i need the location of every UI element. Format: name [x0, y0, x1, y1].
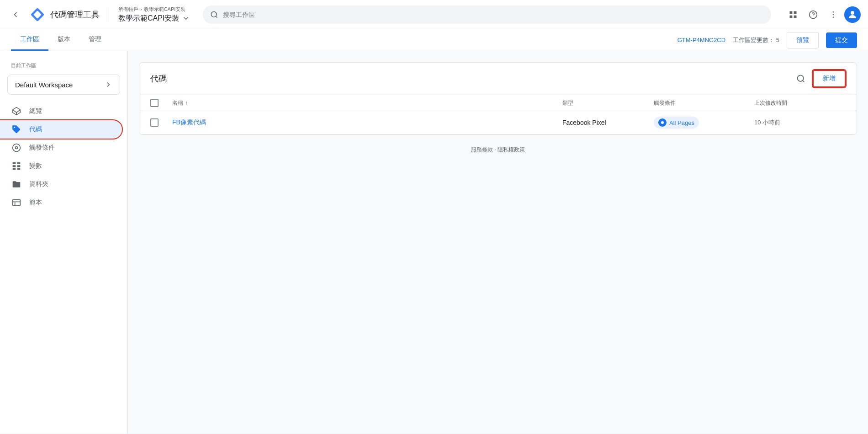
footer-separator: · — [494, 146, 496, 153]
changes-count: 工作區變更數： 5 — [733, 36, 779, 44]
row-checkbox[interactable] — [150, 118, 159, 127]
col-header-checkbox — [150, 99, 172, 107]
sidebar-label-variables: 變數 — [29, 162, 42, 170]
folder-icon — [11, 180, 22, 189]
col-header-trigger: 觸發條件 — [654, 99, 754, 107]
tabs: 工作區 版本 管理 — [11, 29, 111, 51]
secondary-nav: 工作區 版本 管理 GTM-P4MNG2CD 工作區變更數： 5 預覽 提交 — [0, 29, 868, 51]
sidebar-item-triggers[interactable]: 觸發條件 — [0, 139, 122, 157]
layers-icon — [11, 107, 22, 116]
svg-point-17 — [13, 144, 21, 152]
sidebar-item-overview[interactable]: 總覽 — [0, 102, 122, 120]
grid-view-button[interactable] — [784, 5, 802, 24]
row-checkbox-cell — [150, 118, 172, 127]
terms-link[interactable]: 服務條款 — [471, 146, 493, 153]
modified-time: 10 小時前 — [754, 119, 780, 126]
breadcrumb-part2: 教學示範CAPI安裝 — [144, 6, 186, 13]
svg-line-29 — [803, 80, 804, 82]
variables-icon — [11, 161, 22, 171]
card-header: 代碼 新增 — [139, 63, 857, 95]
tag-type: Facebook Pixel — [562, 119, 606, 126]
svg-rect-23 — [13, 168, 16, 170]
template-icon — [11, 198, 22, 207]
top-nav: 代碼管理工具 所有帳戶 › 教學示範CAPI安裝 教學示範CAPI安裝 — [0, 0, 868, 29]
svg-rect-20 — [17, 162, 21, 164]
svg-rect-21 — [13, 165, 16, 167]
workspace-selector[interactable]: 教學示範CAPI安裝 — [118, 14, 190, 23]
select-all-checkbox[interactable] — [150, 99, 159, 107]
table-header: 名稱 ↑ 類型 觸發條件 上次修改時間 — [139, 95, 857, 111]
tab-workspace[interactable]: 工作區 — [11, 29, 48, 51]
workspace-switcher-button[interactable]: Default Workspace — [7, 75, 120, 95]
search-table-icon — [796, 74, 805, 83]
preview-button[interactable]: 預覽 — [787, 32, 819, 48]
tab-versions[interactable]: 版本 — [48, 29, 79, 51]
new-tag-button[interactable]: 新增 — [813, 70, 846, 87]
svg-rect-7 — [794, 15, 797, 18]
sort-icon: ↑ — [185, 100, 188, 106]
nav-icons — [784, 5, 861, 24]
sidebar-item-tags[interactable]: 代碼 — [0, 120, 122, 139]
app-logo — [29, 6, 46, 23]
chevron-down-icon — [182, 14, 190, 22]
app-title: 代碼管理工具 — [50, 9, 100, 20]
row-modified-cell: 10 小時前 — [754, 118, 846, 127]
sidebar-item-variables[interactable]: 變數 — [0, 157, 122, 175]
avatar[interactable] — [844, 6, 861, 23]
sidebar-item-templates[interactable]: 範本 — [0, 193, 122, 212]
nav-divider — [109, 7, 109, 22]
card-title: 代碼 — [150, 73, 167, 84]
svg-point-12 — [833, 16, 834, 18]
row-trigger-cell: All Pages — [654, 117, 754, 129]
svg-point-13 — [851, 11, 854, 15]
svg-point-10 — [833, 11, 834, 12]
more-options-button[interactable] — [824, 5, 842, 24]
table-row: FB像素代碼 Facebook Pixel All Pages 10 小時前 — [139, 111, 857, 134]
trigger-name: All Pages — [669, 119, 694, 126]
back-button[interactable] — [7, 6, 24, 23]
workspace-info: 所有帳戶 › 教學示範CAPI安裝 教學示範CAPI安裝 — [118, 6, 190, 23]
col-header-name[interactable]: 名稱 ↑ — [172, 99, 562, 107]
table-search-button[interactable] — [793, 70, 809, 87]
svg-rect-6 — [790, 15, 793, 18]
more-icon — [829, 10, 838, 19]
main-content: 代碼 新增 名稱 ↑ — [128, 51, 868, 434]
svg-rect-4 — [790, 11, 793, 14]
svg-point-11 — [833, 14, 834, 15]
search-bar — [203, 5, 771, 24]
sidebar-label-folders: 資料夾 — [29, 180, 48, 188]
tag-icon — [11, 125, 22, 134]
submit-button[interactable]: 提交 — [826, 32, 857, 48]
col-header-type: 類型 — [562, 99, 654, 107]
search-input[interactable] — [223, 11, 764, 18]
content-card: 代碼 新增 名稱 ↑ — [139, 62, 857, 135]
help-button[interactable] — [804, 5, 822, 24]
body-layout: 目前工作區 Default Workspace 總覽 — [0, 51, 868, 434]
gtm-id[interactable]: GTM-P4MNG2CD — [677, 37, 725, 43]
sidebar-label-templates: 範本 — [29, 198, 42, 207]
breadcrumb: 所有帳戶 › 教學示範CAPI安裝 — [118, 6, 190, 13]
trigger-icon — [11, 143, 22, 152]
sidebar-label-triggers: 觸發條件 — [29, 144, 55, 152]
chevron-right-icon — [104, 80, 112, 89]
tag-link[interactable]: FB像素代碼 — [172, 118, 206, 126]
tab-admin[interactable]: 管理 — [79, 29, 111, 51]
sidebar: 目前工作區 Default Workspace 總覽 — [0, 51, 128, 434]
logo-area: 代碼管理工具 — [29, 6, 100, 23]
privacy-link[interactable]: 隱私權政策 — [498, 146, 525, 153]
row-name-cell: FB像素代碼 — [172, 118, 562, 127]
footer: 服務條款 · 隱私權政策 — [139, 135, 857, 165]
sidebar-nav: 總覽 代碼 觸發 — [0, 102, 127, 212]
workspace-name: Default Workspace — [15, 81, 73, 89]
card-actions: 新增 — [793, 70, 846, 87]
sidebar-item-folders[interactable]: 資料夾 — [0, 175, 122, 193]
row-type-cell: Facebook Pixel — [562, 119, 654, 126]
svg-point-28 — [798, 75, 804, 81]
svg-rect-24 — [17, 168, 21, 170]
svg-rect-5 — [794, 11, 797, 14]
trigger-badge[interactable]: All Pages — [654, 117, 699, 129]
secondary-nav-right: GTM-P4MNG2CD 工作區變更數： 5 預覽 提交 — [677, 32, 857, 48]
svg-point-2 — [212, 11, 217, 17]
grid-icon — [789, 10, 798, 19]
svg-point-18 — [16, 147, 18, 149]
